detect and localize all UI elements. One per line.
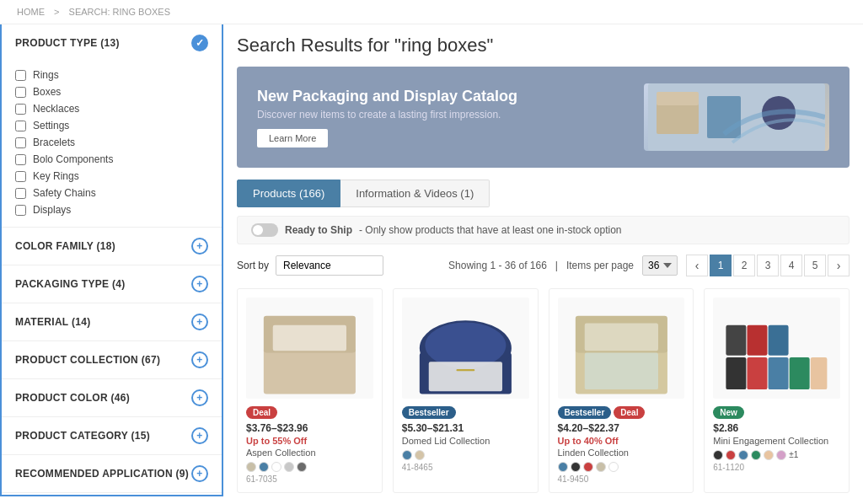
filter-checkbox-item[interactable]: Bracelets	[15, 134, 208, 151]
pagination-next-button[interactable]: ›	[828, 255, 850, 276]
color-swatch[interactable]	[571, 462, 581, 472]
color-swatch[interactable]	[259, 462, 269, 472]
page-wrapper: HOME > SEARCH: RING BOXES PRODUCT TYPE (…	[0, 0, 863, 504]
product-sku: 41-8465	[402, 463, 529, 472]
color-swatch[interactable]	[402, 450, 412, 460]
pagination-page-3[interactable]: 3	[757, 255, 779, 276]
filter-checkbox[interactable]	[15, 205, 26, 216]
breadcrumb: HOME > SEARCH: RING BOXES	[0, 0, 863, 24]
color-swatch[interactable]	[246, 462, 256, 472]
svg-rect-16	[584, 352, 657, 389]
color-swatch[interactable]	[415, 450, 425, 460]
pagination-separator: |	[555, 260, 558, 271]
filter-checkbox-item[interactable]: Safety Chains	[15, 185, 208, 201]
banner-heading: New Packaging and Display Catalog	[257, 88, 517, 105]
color-swatch[interactable]	[583, 462, 593, 472]
pagination-showing: Showing 1 - 36 of 166	[448, 260, 547, 271]
pagination-page-4[interactable]: 4	[780, 255, 802, 276]
color-swatch[interactable]	[608, 462, 619, 472]
filter-section-product-collection: PRODUCT COLLECTION (67)+	[2, 341, 222, 379]
breadcrumb-separator: >	[54, 7, 59, 17]
filter-header-product-type[interactable]: PRODUCT TYPE (13)✓	[2, 24, 222, 62]
product-card[interactable]: BestsellerDeal$4.20–$22.37Up to 40% OffL…	[549, 288, 694, 493]
svg-rect-15	[584, 324, 657, 351]
pagination-page-1[interactable]: 1	[710, 255, 732, 276]
color-swatch[interactable]	[776, 450, 786, 460]
filter-checkbox-item[interactable]: Settings	[15, 117, 208, 134]
filter-header-product-color[interactable]: PRODUCT COLOR (46)+	[2, 379, 222, 416]
sort-select[interactable]: RelevancePrice: Low to HighPrice: High t…	[276, 255, 383, 276]
filter-header-packaging-type[interactable]: PACKAGING TYPE (4)+	[2, 265, 222, 303]
product-image	[246, 298, 373, 399]
items-per-page-label: Items per page	[566, 260, 634, 271]
badge-row: Deal	[246, 405, 373, 419]
filter-header-product-category[interactable]: PRODUCT CATEGORY (15)+	[2, 417, 222, 454]
filter-header-material[interactable]: MATERIAL (14)+	[2, 303, 222, 340]
filter-checkbox-label: Bolo Components	[33, 153, 113, 165]
filter-checkbox[interactable]	[15, 188, 26, 199]
filter-section-outer-packaging-color: OUTER PACKAGING COLOR (6)+	[2, 493, 222, 496]
tab-1[interactable]: Information & Videos (1)	[340, 180, 490, 207]
filter-checkbox[interactable]	[15, 154, 26, 165]
product-card[interactable]: New$2.86Mini Engagement Collection±161-1…	[704, 288, 850, 493]
filter-checkbox-item[interactable]: Key Rings	[15, 168, 208, 185]
filter-checkbox[interactable]	[15, 137, 26, 148]
filter-body-product-type: RingsBoxesNecklacesSettingsBraceletsBolo…	[2, 62, 222, 227]
product-name: Linden Collection	[558, 448, 685, 458]
pagination-page-2[interactable]: 2	[733, 255, 755, 276]
filter-checkbox-item[interactable]: Boxes	[15, 83, 208, 100]
filter-checkbox[interactable]	[15, 87, 26, 98]
filter-label-recommended-application: RECOMMENDED APPLICATION (9)	[15, 468, 189, 480]
color-swatch[interactable]	[726, 450, 736, 460]
filter-header-recommended-application[interactable]: RECOMMENDED APPLICATION (9)+	[2, 455, 222, 492]
color-swatch[interactable]	[271, 462, 281, 472]
filter-checkbox[interactable]	[15, 104, 26, 115]
svg-rect-20	[790, 357, 810, 389]
filter-checkbox[interactable]	[15, 121, 26, 131]
color-swatch[interactable]	[713, 450, 723, 460]
pagination-prev-button[interactable]: ‹	[686, 255, 708, 276]
product-sku: 41-9450	[558, 475, 685, 484]
filter-header-product-collection[interactable]: PRODUCT COLLECTION (67)+	[2, 341, 222, 378]
filter-header-outer-packaging-color[interactable]: OUTER PACKAGING COLOR (6)+	[2, 493, 222, 496]
color-swatch[interactable]	[596, 462, 606, 472]
filter-checkbox-label: Settings	[33, 120, 69, 131]
items-per-page-select[interactable]: 36	[642, 255, 678, 276]
filter-section-material: MATERIAL (14)+	[2, 303, 222, 341]
filter-checkbox-item[interactable]: Rings	[15, 67, 208, 83]
product-image	[558, 298, 685, 399]
filter-checkbox-item[interactable]: Displays	[15, 201, 208, 218]
product-card[interactable]: Deal$3.76–$23.96Up to 55% OffAspen Colle…	[237, 288, 383, 493]
svg-rect-17	[726, 357, 747, 389]
color-swatch[interactable]	[284, 462, 294, 472]
product-card[interactable]: Bestseller$5.30–$21.31Domed Lid Collecti…	[393, 288, 539, 493]
sort-label: Sort by	[237, 260, 269, 271]
filter-checkbox[interactable]	[15, 171, 26, 182]
filter-expand-icon: +	[191, 276, 208, 292]
product-swatches	[246, 462, 373, 472]
color-swatch[interactable]	[558, 462, 568, 472]
color-swatch[interactable]	[297, 462, 307, 472]
pagination-page-5[interactable]: 5	[804, 255, 826, 276]
banner-visual	[644, 83, 829, 151]
ready-to-ship-toggle[interactable]	[251, 223, 278, 237]
svg-rect-22	[726, 325, 747, 356]
color-swatch[interactable]	[751, 450, 761, 460]
filter-label-product-category: PRODUCT CATEGORY (15)	[15, 430, 150, 442]
tabs: Products (166)Information & Videos (1)	[237, 180, 850, 207]
banner-learn-more-button[interactable]: Learn More	[257, 129, 328, 147]
filter-header-color-family[interactable]: COLOR FAMILY (18)+	[2, 228, 222, 265]
color-swatch[interactable]	[764, 450, 774, 460]
filter-checkbox-item[interactable]: Necklaces	[15, 100, 208, 117]
filter-section-product-category: PRODUCT CATEGORY (15)+	[2, 417, 222, 455]
filter-checkbox[interactable]	[15, 70, 26, 81]
filter-checkbox-item[interactable]: Bolo Components	[15, 151, 208, 168]
product-grid: Deal$3.76–$23.96Up to 55% OffAspen Colle…	[237, 288, 850, 493]
breadcrumb-home[interactable]: HOME	[17, 7, 45, 17]
filter-checkbox-label: Safety Chains	[33, 187, 96, 199]
svg-rect-19	[769, 357, 789, 389]
color-swatch[interactable]	[738, 450, 748, 460]
svg-rect-23	[748, 325, 768, 356]
product-swatches: ±1	[713, 450, 840, 460]
tab-0[interactable]: Products (166)	[237, 180, 340, 207]
